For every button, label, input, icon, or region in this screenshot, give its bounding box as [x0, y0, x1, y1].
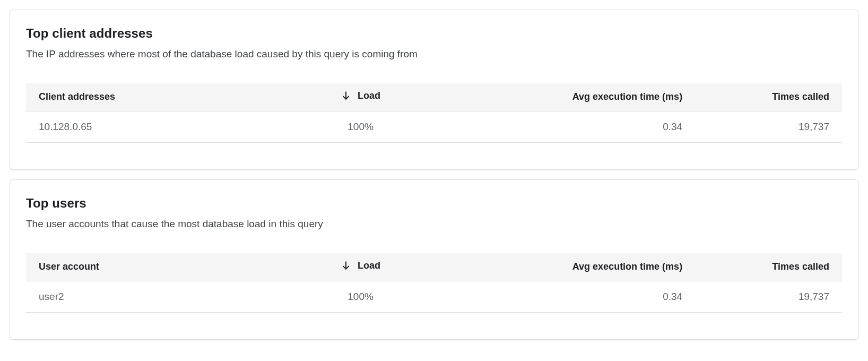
top-users-subtitle: The user accounts that cause the most da… — [26, 217, 842, 231]
top-users-title: Top users — [26, 196, 842, 211]
column-header-client-addresses[interactable]: Client addresses — [26, 83, 287, 111]
column-header-label: Client addresses — [39, 91, 115, 102]
column-header-label: Avg execution time (ms) — [572, 91, 682, 102]
cell-load: 100% — [287, 111, 434, 143]
table-header-row: User account Load Avg executio — [26, 253, 842, 281]
top-client-addresses-card: Top client addresses The IP addresses wh… — [10, 10, 858, 170]
cell-avg-exec: 0.34 — [434, 111, 695, 143]
column-header-times-called[interactable]: Times called — [695, 253, 842, 281]
column-header-avg-exec[interactable]: Avg execution time (ms) — [434, 253, 695, 281]
arrow-down-icon — [341, 90, 351, 101]
table-header-row: Client addresses Load Avg exec — [26, 83, 842, 111]
cell-user-account: user2 — [26, 281, 287, 313]
cell-client-address: 10.128.0.65 — [26, 111, 287, 143]
column-header-label: Avg execution time (ms) — [572, 261, 682, 272]
column-header-label: Times called — [772, 261, 829, 272]
cell-load: 100% — [287, 281, 434, 313]
column-header-user-account[interactable]: User account — [26, 253, 287, 281]
column-header-label: Load — [358, 90, 380, 101]
table-row: user2 100% 0.34 19,737 — [26, 281, 842, 313]
sort-header[interactable]: Load — [341, 90, 380, 101]
column-header-load[interactable]: Load — [287, 83, 434, 111]
top-users-table: User account Load Avg executio — [26, 253, 842, 313]
top-clients-table: Client addresses Load Avg exec — [26, 83, 842, 143]
top-clients-subtitle: The IP addresses where most of the datab… — [26, 47, 842, 62]
sort-header[interactable]: Load — [341, 260, 380, 271]
cell-times-called: 19,737 — [695, 111, 842, 143]
top-clients-title: Top client addresses — [26, 26, 842, 41]
column-header-times-called[interactable]: Times called — [695, 83, 842, 111]
arrow-down-icon — [341, 260, 351, 271]
column-header-load[interactable]: Load — [287, 253, 434, 281]
table-row: 10.128.0.65 100% 0.34 19,737 — [26, 111, 842, 143]
column-header-label: User account — [39, 261, 99, 272]
top-users-card: Top users The user accounts that cause t… — [10, 179, 858, 340]
column-header-avg-exec[interactable]: Avg execution time (ms) — [434, 83, 695, 111]
column-header-label: Times called — [772, 91, 829, 102]
cell-times-called: 19,737 — [695, 281, 842, 313]
column-header-label: Load — [358, 260, 380, 271]
cell-avg-exec: 0.34 — [434, 281, 695, 313]
